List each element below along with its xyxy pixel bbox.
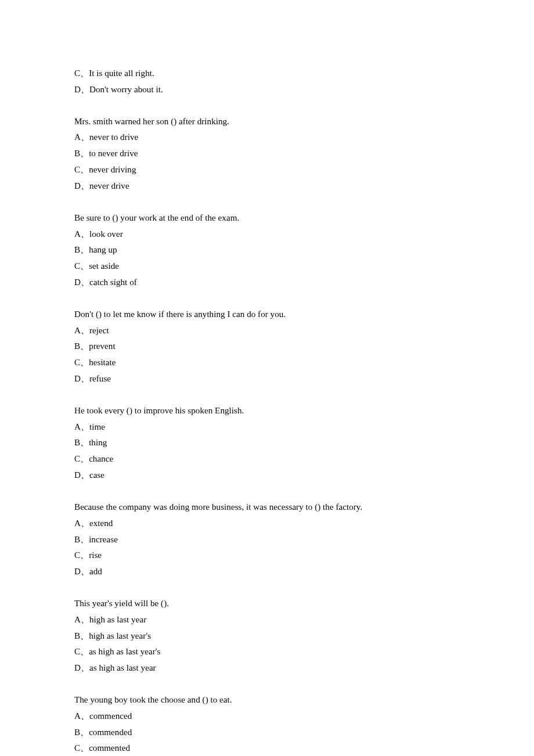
text-line: B、high as last year's [74,628,460,644]
text-line: This year's yield will be (). [74,595,460,611]
text-line: Because the company was doing more busin… [74,499,460,515]
text-line: B、increase [74,531,460,548]
question-block: Mrs. smith warned her son () after drink… [74,113,460,194]
text-line: B、to never drive [74,145,460,161]
text-line: B、commended [74,724,460,740]
text-line: D、catch sight of [74,274,460,290]
text-line: C、set aside [74,258,460,274]
text-line: Mrs. smith warned her son () after drink… [74,113,460,129]
text-line: A、time [74,419,460,435]
text-line: Be sure to () your work at the end of th… [74,210,460,226]
text-line: A、extend [74,515,460,531]
text-line: C、never driving [74,161,460,178]
text-line: A、reject [74,322,460,339]
text-line: B、thing [74,434,460,451]
text-line: D、never drive [74,178,460,194]
text-line: D、Don't worry about it. [74,81,460,98]
text-line: C、hesitate [74,354,460,370]
question-block: The young boy took the choose and () to … [74,692,460,756]
text-line: C、rise [74,547,460,563]
text-line: A、never to drive [74,129,460,145]
text-line: D、refuse [74,370,460,387]
text-line: Don't () to let me know if there is anyt… [74,306,460,322]
text-line: C、as high as last year's [74,643,460,660]
text-line: C、chance [74,451,460,467]
question-block: C、It is quite all right.D、Don't worry ab… [74,65,460,98]
text-line: D、add [74,563,460,579]
text-line: B、hang up [74,242,460,258]
text-line: B、prevent [74,338,460,354]
question-block: Be sure to () your work at the end of th… [74,210,460,290]
text-line: A、look over [74,226,460,242]
question-block: This year's yield will be ().A、high as l… [74,595,460,676]
document-page: C、It is quite all right.D、Don't worry ab… [0,0,534,756]
text-line: The young boy took the choose and () to … [74,692,460,708]
text-line: D、case [74,467,460,483]
question-block: Don't () to let me know if there is anyt… [74,306,460,387]
text-line: He took every () to improve his spoken E… [74,402,460,419]
text-line: A、commenced [74,708,460,724]
text-line: C、commented [74,740,460,756]
question-block: Because the company was doing more busin… [74,499,460,579]
text-line: D、as high as last year [74,660,460,676]
text-line: C、It is quite all right. [74,65,460,81]
text-line: A、high as last year [74,611,460,628]
question-block: He took every () to improve his spoken E… [74,402,460,483]
